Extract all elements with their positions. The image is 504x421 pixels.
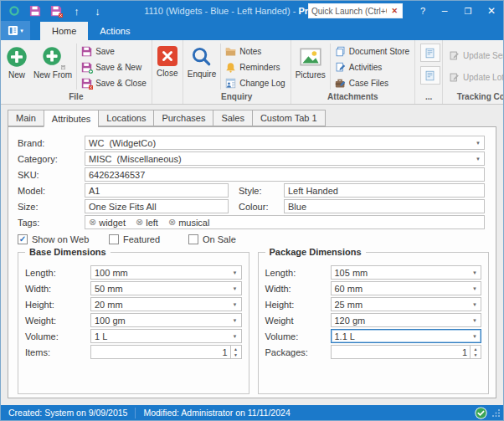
package-packages-field[interactable]: 1 ▲▼: [331, 345, 482, 359]
close-window-button[interactable]: ✕: [480, 1, 503, 21]
update-serial-tracking-button[interactable]: Update Serial Tracking: [446, 48, 504, 64]
report-icon: [424, 48, 435, 59]
base-width-field[interactable]: 50 mm▼: [90, 281, 242, 295]
ribbon-tab-actions[interactable]: Actions: [88, 22, 141, 40]
colour-field[interactable]: Blue: [284, 199, 485, 213]
chevron-down-icon[interactable]: ▼: [229, 334, 241, 339]
maximize-button[interactable]: ❐: [456, 1, 480, 21]
featured-checkbox[interactable]: ✓ Featured: [109, 234, 188, 244]
save-and-close-button[interactable]: Save & Close: [79, 75, 150, 91]
save-button[interactable]: Save: [79, 44, 150, 59]
chevron-down-icon[interactable]: ▼: [229, 318, 241, 323]
app-menu-button[interactable]: ▾: [1, 21, 30, 40]
style-field[interactable]: Left Handed: [284, 183, 485, 198]
chevron-down-icon[interactable]: ▼: [469, 286, 481, 291]
notes-button[interactable]: Notes: [223, 44, 289, 59]
package-width-field[interactable]: 60 mm▼: [331, 281, 482, 295]
spinner[interactable]: ▲▼: [470, 346, 481, 358]
chevron-down-icon[interactable]: ▼: [469, 270, 481, 275]
ribbon-group-attachments: Pictures Document Store Activities Case …: [291, 40, 415, 104]
group-label-enquiry: Enquiry: [183, 91, 291, 104]
new-from-button[interactable]: New From: [31, 42, 75, 91]
base-volume-field[interactable]: 1 L▼: [90, 329, 242, 343]
quick-launch-box[interactable]: ✕: [308, 3, 403, 18]
chevron-down-icon[interactable]: ▼: [469, 334, 481, 339]
separator: [220, 44, 221, 90]
spinner[interactable]: ▲▼: [230, 346, 241, 358]
brand-field[interactable]: WC (WidgetCo) ▼: [85, 136, 485, 150]
remove-tag-icon[interactable]: ⊗: [89, 218, 96, 227]
enquire-button[interactable]: Enquire: [185, 42, 219, 91]
separator: [76, 44, 77, 90]
qat-down-arrow-icon[interactable]: ↓: [90, 4, 105, 18]
package-dimensions-group: Package Dimensions Length: 105 mm▼ Width…: [258, 252, 490, 394]
sku-field[interactable]: 64262346537: [85, 167, 485, 182]
minimize-button[interactable]: –: [433, 1, 456, 21]
pictures-button[interactable]: Pictures: [293, 42, 328, 91]
close-button[interactable]: Close: [154, 42, 181, 91]
package-dimensions-title: Package Dimensions: [265, 247, 366, 257]
chevron-down-icon[interactable]: ▼: [469, 302, 481, 307]
quick-launch-input[interactable]: [309, 7, 389, 16]
base-length-field[interactable]: 100 mm▼: [90, 265, 242, 280]
package-length-field[interactable]: 105 mm▼: [331, 265, 482, 280]
update-lot-tracking-button[interactable]: Update Lot Tracking: [446, 69, 504, 85]
base-height-field[interactable]: 20 mm▼: [90, 297, 242, 311]
tab-sales[interactable]: Sales: [213, 110, 252, 126]
app-ring-icon[interactable]: [7, 4, 21, 18]
chevron-down-icon[interactable]: ▼: [229, 302, 241, 307]
package-height-field[interactable]: 25 mm▼: [331, 297, 482, 311]
show-on-web-checkbox[interactable]: ✓ Show on Web: [18, 234, 109, 244]
tags-field[interactable]: ⊗ widget ⊗ left ⊗ musical: [85, 215, 485, 229]
size-field[interactable]: One Size Fits All: [85, 199, 229, 213]
update-serial-icon: [449, 50, 460, 61]
chevron-down-icon[interactable]: ▼: [229, 286, 241, 291]
remove-tag-icon[interactable]: ⊗: [136, 218, 143, 227]
report-button-1[interactable]: [420, 44, 440, 62]
qat-up-arrow-icon[interactable]: ↑: [69, 4, 84, 18]
sku-label: SKU:: [18, 170, 85, 180]
base-items-field[interactable]: 1 ▲▼: [90, 345, 242, 359]
spin-down-icon: ▼: [474, 352, 478, 358]
qat-save-close-icon[interactable]: [49, 4, 63, 18]
chevron-down-icon[interactable]: ▼: [469, 318, 481, 323]
remove-tag-icon[interactable]: ⊗: [168, 218, 176, 227]
activities-button[interactable]: Activities: [332, 59, 413, 75]
change-log-button[interactable]: Change Log: [223, 75, 289, 91]
tab-attributes[interactable]: Attributes: [44, 110, 98, 127]
chevron-down-icon[interactable]: ▼: [229, 270, 241, 275]
checkbox-icon: ✓: [109, 234, 119, 244]
save-and-new-button[interactable]: Save & New: [79, 59, 150, 75]
category-field[interactable]: MISC (Miscellaneous) ▼: [85, 151, 485, 166]
modified-status: Modified: Administrator on 11/11/2024: [136, 408, 297, 418]
quick-launch-clear-icon[interactable]: ✕: [389, 7, 402, 15]
report-button-2[interactable]: [420, 66, 440, 85]
tab-purchases[interactable]: Purchases: [153, 110, 213, 126]
group-label-file: File: [1, 91, 152, 104]
case-files-button[interactable]: Case Files: [332, 75, 413, 91]
document-store-button[interactable]: Document Store: [332, 44, 413, 59]
base-dimensions-title: Base Dimensions: [25, 247, 111, 257]
tab-locations[interactable]: Locations: [98, 110, 153, 126]
new-button[interactable]: New: [3, 42, 31, 91]
package-weight-field[interactable]: 120 gm▼: [331, 313, 482, 327]
base-weight-field[interactable]: 100 gm▼: [90, 313, 242, 327]
resize-grip[interactable]: [491, 408, 501, 418]
help-button[interactable]: ?: [413, 1, 433, 21]
reminders-button[interactable]: Reminders: [223, 59, 289, 75]
model-field[interactable]: A1: [85, 183, 229, 198]
tab-main[interactable]: Main: [8, 110, 44, 126]
chevron-down-icon[interactable]: ▼: [472, 141, 484, 146]
update-lot-icon: [449, 72, 460, 83]
ribbon-tab-home[interactable]: Home: [40, 22, 88, 40]
tab-custom-tab-1[interactable]: Custom Tab 1: [252, 110, 326, 126]
ribbon-group-enquiry: Enquire Notes Reminders Change Log: [183, 40, 291, 104]
status-bar: Created: System on 9/09/2015 Modified: A…: [1, 405, 503, 420]
chevron-down-icon[interactable]: ▼: [472, 157, 484, 162]
tags-label: Tags:: [18, 218, 85, 228]
on-sale-checkbox[interactable]: ✓ On Sale: [188, 234, 236, 244]
group-label-tracking: Tracking Corrections: [443, 91, 504, 104]
package-volume-field[interactable]: 1.1 L▼: [331, 329, 482, 343]
created-status: Created: System on 9/09/2015: [1, 408, 135, 418]
qat-save-icon[interactable]: [28, 4, 42, 18]
